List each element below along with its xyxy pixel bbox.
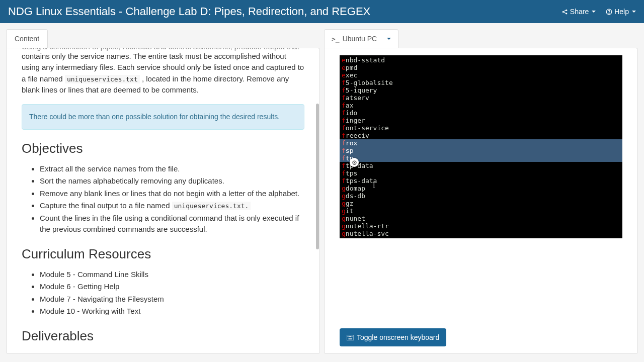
content-scroll[interactable]: Using a combination of pipes, redirects …: [7, 48, 319, 353]
content-card: Using a combination of pipes, redirects …: [6, 48, 320, 354]
terminal-tabs: >_ Ubuntu PC: [324, 29, 638, 48]
list-item: Module 5 - Command Line Skills: [40, 269, 304, 281]
terminal-line: f5-globalsite: [340, 79, 622, 86]
share-button[interactable]: Share: [561, 8, 596, 16]
toggle-keyboard-button[interactable]: Toggle onscreen keyboard: [340, 328, 446, 346]
caret-down-icon: [592, 11, 596, 13]
terminal-line: frox: [340, 139, 622, 147]
terminal-line: ftp: [340, 154, 622, 162]
terminal-line: fax: [340, 102, 622, 109]
main: Content Using a combination of pipes, re…: [0, 23, 644, 360]
terminal-line: enbd-sstatd: [340, 56, 622, 64]
list-item: Capture the final output to a file named…: [40, 200, 304, 212]
terminal-pane: >_ Ubuntu PC enbd-sstatdepmdexecf5-globa…: [320, 23, 644, 360]
svg-point-1: [566, 9, 567, 11]
list-item: Provide the final command line for succe…: [40, 351, 304, 354]
terminal-line: finger: [340, 117, 622, 124]
terminal-line: fido: [340, 109, 622, 117]
scrollbar-thumb[interactable]: [316, 104, 319, 249]
content-pane: Content Using a combination of pipes, re…: [0, 23, 320, 360]
terminal-line: font-service: [340, 124, 622, 132]
svg-rect-7: [347, 335, 354, 340]
svg-point-6: [354, 162, 355, 163]
list-item: Module 10 - Working with Text: [40, 306, 304, 317]
caret-down-icon: [632, 11, 636, 13]
terminal-line: exec: [340, 71, 622, 79]
terminal-line: ftps-data: [340, 177, 622, 185]
terminal-line: epmd: [340, 64, 622, 71]
list-item: Extract all the service names from the f…: [40, 163, 304, 175]
svg-point-2: [566, 13, 567, 14]
topbar: NDG Linux Essentials - Challenge Lab D: …: [0, 0, 644, 23]
terminal-output[interactable]: enbd-sstatdepmdexecf5-globalsitef5-iquer…: [340, 55, 622, 238]
tab-ubuntu-pc[interactable]: >_ Ubuntu PC: [324, 29, 398, 48]
terminal-icon: >_: [332, 35, 340, 43]
caret-down-icon: [387, 38, 391, 40]
terminal-line: gnutella-rtr: [340, 222, 622, 230]
list-item: Count the lines in the file using a cond…: [40, 213, 304, 235]
terminal-line: git: [340, 207, 622, 215]
help-button[interactable]: Help: [606, 8, 636, 16]
terminal-line: ggz: [340, 200, 622, 207]
tab-content[interactable]: Content: [6, 29, 48, 48]
deliverables-heading: Deliverables: [22, 326, 304, 346]
content-tabs: Content: [6, 29, 320, 48]
intro-text: Using a combination of pipes, redirects …: [22, 48, 304, 96]
svg-rect-10: [350, 336, 351, 337]
terminal-line: gnunet: [340, 215, 622, 222]
curriculum-heading: Curriculum Resources: [22, 244, 304, 264]
svg-rect-8: [348, 336, 349, 337]
terminal-line: ftp-data: [340, 162, 622, 169]
svg-point-4: [609, 13, 609, 13]
svg-rect-9: [349, 336, 350, 337]
info-note: There could be more than one possible so…: [22, 104, 304, 130]
objectives-heading: Objectives: [22, 139, 304, 158]
share-icon: [561, 9, 568, 15]
list-item: Module 6 - Getting Help: [40, 281, 304, 293]
deliverables-list: Provide the final command line for succe…: [22, 351, 304, 354]
svg-rect-12: [349, 338, 352, 339]
terminal-line: gds-db: [340, 192, 622, 200]
list-item: Module 7 - Navigating the Filesystem: [40, 294, 304, 305]
keyboard-icon: [347, 335, 354, 340]
curriculum-list: Module 5 - Command Line Skills Module 6 …: [22, 269, 304, 317]
terminal-line: f5-iquery: [340, 86, 622, 94]
topbar-actions: Share Help: [561, 8, 636, 16]
page-title: NDG Linux Essentials - Challenge Lab D: …: [8, 5, 370, 18]
toggle-bar: Toggle onscreen keyboard: [340, 313, 622, 346]
list-item: Remove any blank lines or lines that do …: [40, 188, 304, 200]
terminal-line: freeciv: [340, 132, 622, 139]
terminal-line: fsp: [340, 147, 622, 154]
terminal-line: gdomap: [340, 185, 622, 192]
objectives-list: Extract all the service names from the f…: [22, 163, 304, 235]
terminal-line: ftps: [340, 169, 622, 177]
terminal-line: fatserv: [340, 94, 622, 102]
svg-rect-11: [352, 336, 353, 337]
code-inline: uniqueservices.txt: [65, 75, 140, 83]
text-cursor-icon: I: [373, 182, 375, 189]
cursor-indicator: [350, 158, 359, 167]
help-icon: [606, 9, 612, 15]
terminal-card: enbd-sstatdepmdexecf5-globalsitef5-iquer…: [324, 48, 638, 354]
terminal-line: gnutella-svc: [340, 230, 622, 237]
list-item: Sort the names alphabetically removing a…: [40, 175, 304, 187]
